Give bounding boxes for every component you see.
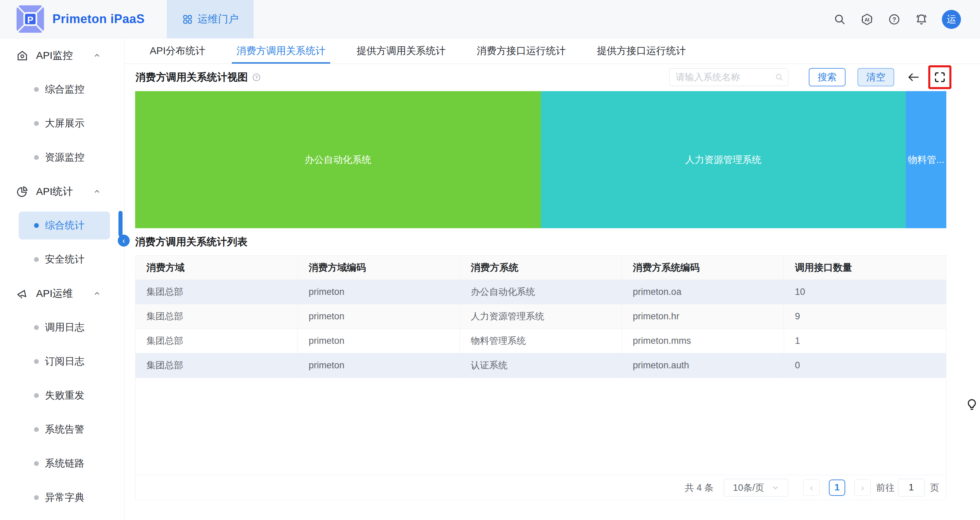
- help-tooltip-icon[interactable]: ?: [252, 73, 261, 82]
- table-cell: 集团总部: [135, 353, 298, 377]
- app-header: P Primeton iPaaS 运维门户 AI: [0, 0, 980, 38]
- bullet-icon: [34, 325, 39, 330]
- page-unit-label: 页: [930, 482, 939, 494]
- table-row[interactable]: 集团总部primeton办公自动化系统primeton.oa10: [135, 279, 946, 304]
- tab-consumer-call-relation[interactable]: 消费方调用关系统计: [232, 38, 330, 63]
- svg-text:P: P: [27, 15, 33, 25]
- sidebar-group-api-operations[interactable]: API运维: [0, 276, 124, 311]
- tab-consumer-api-runtime[interactable]: 消费方接口运行统计: [472, 38, 571, 63]
- table-container: 消费方域 消费方域编码 消费方系统 消费方系统编码 调用接口数量 集团总部pri…: [135, 255, 946, 500]
- bullet-icon: [34, 359, 39, 364]
- table-cell: 物料管理系统: [460, 328, 622, 353]
- treemap-node[interactable]: 人力资源管理系统: [541, 91, 906, 228]
- table-cell: primeton.mms: [622, 328, 784, 353]
- bullet-icon: [34, 121, 39, 126]
- table-cell: 集团总部: [135, 328, 298, 353]
- next-page-button[interactable]: ›: [854, 480, 871, 496]
- sidebar-group-api-monitor[interactable]: API监控: [0, 38, 124, 73]
- sidebar-item-resource-monitor[interactable]: 资源监控: [0, 141, 124, 174]
- portal-tab[interactable]: 运维门户: [167, 0, 254, 38]
- sidebar-collapse-handle[interactable]: ‹: [118, 235, 130, 247]
- chevron-up-icon: [93, 187, 101, 195]
- sidebar-item-big-screen[interactable]: 大屏展示: [0, 106, 124, 141]
- column-header: 消费方域: [135, 256, 298, 279]
- table-row[interactable]: 集团总部primeton物料管理系统primeton.mms1: [135, 328, 946, 353]
- sidebar: API监控 综合监控 大屏展示 资源监控 API统计 综合统计 安全统计: [0, 38, 124, 520]
- table-cell: 认证系统: [460, 353, 622, 377]
- sidebar-item-comprehensive-monitor[interactable]: 综合监控: [0, 73, 124, 106]
- treemap-node[interactable]: 物料管...: [906, 91, 946, 228]
- bullet-icon: [34, 155, 39, 160]
- help-icon[interactable]: ?: [888, 13, 901, 26]
- sidebar-item-label: 安全统计: [45, 253, 84, 266]
- bullet-icon: [34, 393, 39, 398]
- table-cell: 办公自动化系统: [460, 279, 622, 304]
- table-cell: primeton: [298, 304, 460, 328]
- table-title: 消费方调用关系统计列表: [135, 234, 946, 249]
- table-cell: 0: [784, 353, 946, 377]
- table-cell: primeton.hr: [622, 304, 784, 328]
- sidebar-item-subscription-logs[interactable]: 订阅日志: [0, 344, 124, 379]
- prev-page-button[interactable]: ‹: [803, 480, 820, 496]
- system-name-search-input[interactable]: [669, 68, 788, 86]
- search-button[interactable]: 搜索: [809, 68, 846, 86]
- sidebar-group-label: API监控: [36, 49, 73, 63]
- table-cell: primeton.auth: [622, 353, 784, 377]
- sidebar-item-exception-dictionary[interactable]: 异常字典: [0, 480, 124, 515]
- tab-provider-api-runtime[interactable]: 提供方接口运行统计: [592, 38, 690, 63]
- search-icon[interactable]: [833, 13, 846, 26]
- annotation-highlight-box: [928, 65, 951, 89]
- sidebar-item-call-logs[interactable]: 调用日志: [0, 311, 124, 344]
- treemap-node-label: 人力资源管理系统: [685, 154, 762, 166]
- sidebar-item-comprehensive-statistics[interactable]: 综合统计: [0, 208, 124, 243]
- sidebar-item-system-links[interactable]: 系统链路: [0, 447, 124, 480]
- sidebar-item-label: 系统告警: [45, 423, 84, 436]
- table-cell: primeton: [298, 328, 460, 353]
- column-header: 消费方系统: [460, 256, 622, 279]
- clear-button[interactable]: 清空: [858, 68, 894, 86]
- section-toolbar: 消费方调用关系统计视图 ? 搜索: [124, 64, 980, 90]
- tab-provider-call-relation[interactable]: 提供方调用关系统计: [352, 38, 450, 63]
- consumer-call-relation-table: 消费方域 消费方域编码 消费方系统 消费方系统编码 调用接口数量 集团总部pri…: [135, 256, 946, 378]
- user-avatar[interactable]: 运: [942, 10, 961, 29]
- goto-page-input[interactable]: [898, 479, 924, 496]
- sidebar-group-label: API统计: [36, 185, 73, 199]
- lightbulb-icon[interactable]: [966, 398, 978, 412]
- column-header: 消费方系统编码: [622, 256, 784, 279]
- monitor-home-icon: [16, 49, 29, 62]
- section-title: 消费方调用关系统计视图: [135, 70, 248, 84]
- ai-assistant-icon[interactable]: AI: [860, 13, 874, 26]
- sidebar-item-security-statistics[interactable]: 安全统计: [0, 243, 124, 276]
- tab-api-distribution[interactable]: API分布统计: [145, 38, 210, 63]
- page-size-select[interactable]: 10条/页: [724, 479, 788, 496]
- pagination-total: 共 4 条: [685, 482, 713, 494]
- section-title-row: 消费方调用关系统计视图 ?: [135, 70, 261, 84]
- bullet-icon: [34, 223, 39, 228]
- sidebar-item-failure-retry[interactable]: 失败重发: [0, 379, 124, 412]
- table-cell: 人力资源管理系统: [460, 304, 622, 328]
- pagination-bar: 共 4 条 10条/页 ‹ 1 › 前往 页: [135, 475, 946, 500]
- back-arrow-button[interactable]: [907, 70, 921, 84]
- table-row[interactable]: 集团总部primeton人力资源管理系统primeton.hr9: [135, 304, 946, 328]
- sidebar-item-label: 综合统计: [45, 219, 84, 232]
- notification-bell-icon[interactable]: [915, 13, 928, 26]
- chevron-down-icon: [772, 484, 779, 491]
- sidebar-item-label: 异常字典: [45, 491, 84, 504]
- input-search-icon: [775, 73, 784, 82]
- fullscreen-button[interactable]: [933, 71, 946, 84]
- chevron-up-icon: [93, 51, 101, 60]
- treemap-node-label: 办公自动化系统: [305, 154, 371, 166]
- sidebar-item-system-alerts[interactable]: 系统告警: [0, 412, 124, 447]
- page-size-value: 10条/页: [733, 482, 764, 494]
- treemap-node[interactable]: 办公自动化系统: [135, 91, 541, 228]
- sidebar-collapse-pill: [118, 211, 123, 237]
- bullet-icon: [34, 427, 39, 432]
- sidebar-item-label: 大屏展示: [45, 117, 84, 130]
- page-number-button[interactable]: 1: [829, 480, 845, 496]
- table-row[interactable]: 集团总部primeton认证系统primeton.auth0: [135, 353, 946, 377]
- apps-grid-icon: [182, 14, 193, 25]
- sidebar-group-api-statistics[interactable]: API统计: [0, 174, 124, 208]
- goto-label: 前往: [876, 482, 894, 494]
- table-cell: primeton: [298, 353, 460, 377]
- sidebar-group-label: API运维: [36, 287, 73, 301]
